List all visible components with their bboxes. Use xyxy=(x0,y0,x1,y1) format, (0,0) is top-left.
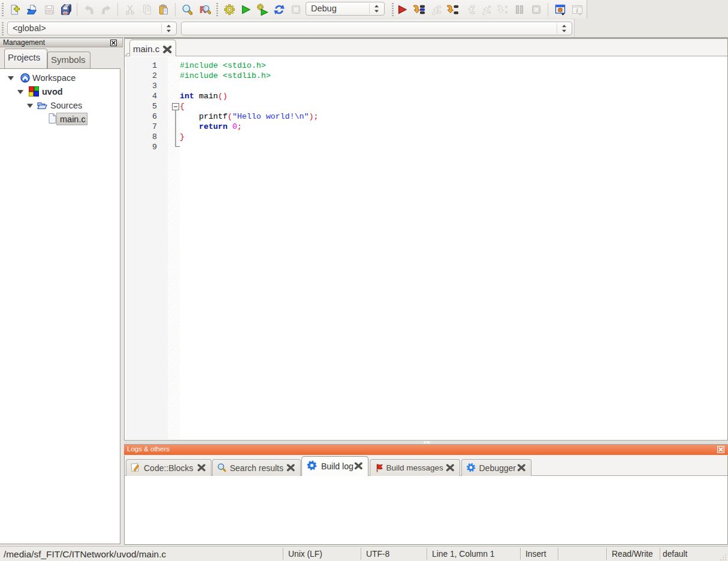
svg-text:i: i xyxy=(576,7,578,14)
